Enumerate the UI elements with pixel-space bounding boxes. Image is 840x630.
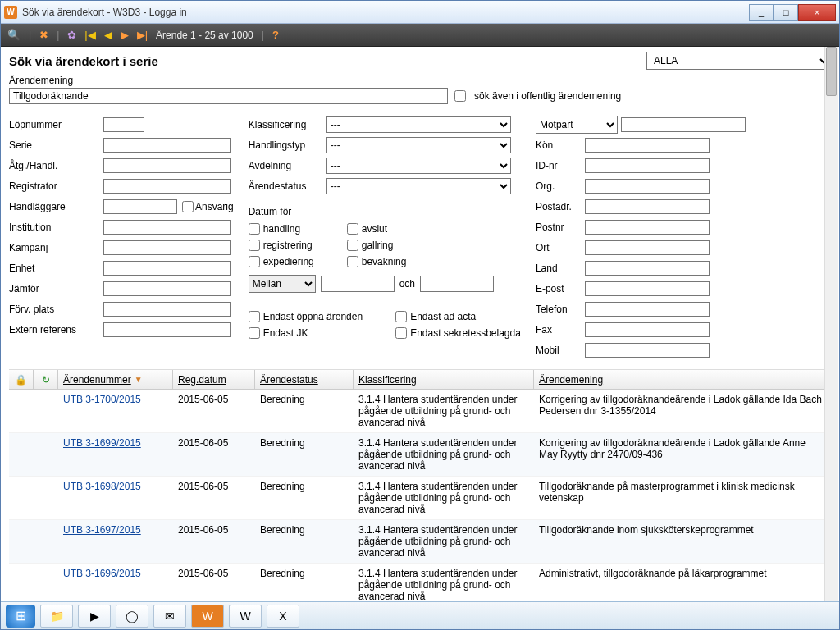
date-to-input[interactable]: [420, 276, 494, 292]
first-icon[interactable]: |◀: [84, 29, 95, 41]
postnr-input[interactable]: [585, 220, 710, 235]
w3d3-taskbar-icon[interactable]: W: [191, 605, 224, 628]
table-row[interactable]: UTB 3-1698/20152015-06-05Beredning3.1.4 …: [9, 477, 831, 520]
avslut-checkbox[interactable]: [347, 223, 358, 235]
motpart-input[interactable]: [621, 117, 746, 132]
handling-checkbox[interactable]: [249, 223, 260, 235]
refresh-icon[interactable]: ↻: [42, 374, 50, 386]
page-title: Sök via ärendekort i serie: [9, 54, 646, 68]
atghandl-label: Åtg./Handl.: [9, 160, 103, 171]
form-col-middle: Klassificering--- Handlingstyp--- Avdeln…: [249, 116, 521, 359]
arendenummer-link[interactable]: UTB 3-1700/2015: [63, 394, 141, 405]
kampanj-input[interactable]: [103, 240, 231, 255]
postadr-input[interactable]: [585, 199, 710, 214]
institution-input[interactable]: [103, 220, 231, 235]
klassificering-select[interactable]: ---: [326, 116, 511, 133]
endast-sekretess-checkbox[interactable]: [395, 327, 407, 339]
motpart-select[interactable]: Motpart: [536, 116, 618, 134]
col-regdatum[interactable]: Reg.datum: [178, 374, 226, 386]
col-klassificering[interactable]: Klassificering: [358, 374, 417, 386]
table-row[interactable]: UTB 3-1700/20152015-06-05Beredning3.1.4 …: [9, 390, 831, 433]
cell-klass: 3.1.4 Hantera studentärenden under pågåe…: [354, 524, 534, 559]
org-input[interactable]: [585, 179, 710, 194]
start-button[interactable]: ⊞: [6, 605, 35, 628]
avdelning-select[interactable]: ---: [326, 158, 511, 174]
handlaggare-input[interactable]: [103, 199, 177, 214]
gears-icon[interactable]: ✿: [67, 29, 76, 41]
col-arendestatus[interactable]: Ärendestatus: [260, 374, 318, 386]
delete-icon[interactable]: ✖: [39, 29, 48, 41]
och-label: och: [399, 278, 415, 290]
last-icon[interactable]: ▶|: [137, 29, 148, 41]
avslut-label: avslut: [362, 223, 387, 235]
arendestatus-label: Ärendestatus: [249, 180, 326, 192]
table-row[interactable]: UTB 3-1699/20152015-06-05Beredning3.1.4 …: [9, 433, 831, 477]
results-header: 🔒 ↻ Ärendenummer▼ Reg.datum Ärendestatus…: [9, 370, 831, 390]
series-select[interactable]: ALLA: [646, 52, 831, 70]
outlook-icon[interactable]: ✉: [153, 605, 186, 628]
arendenummer-link[interactable]: UTB 3-1698/2015: [63, 481, 141, 492]
lopnummer-input[interactable]: [103, 117, 144, 132]
jamfor-input[interactable]: [103, 281, 231, 296]
arendestatus-select[interactable]: ---: [326, 178, 511, 194]
ansvarig-checkbox[interactable]: [182, 201, 194, 212]
arendemening-input[interactable]: [9, 88, 448, 104]
chrome-icon[interactable]: ◯: [116, 605, 148, 628]
externreferens-input[interactable]: [103, 322, 231, 337]
mobil-label: Mobil: [536, 345, 585, 356]
search-icon[interactable]: 🔍: [7, 29, 21, 41]
word-icon[interactable]: W: [229, 605, 262, 628]
table-row[interactable]: UTB 3-1697/20152015-06-05Beredning3.1.4 …: [9, 520, 831, 564]
postnr-label: Postnr: [536, 221, 585, 233]
registrator-input[interactable]: [103, 179, 231, 194]
minimize-button[interactable]: _: [749, 4, 774, 21]
expediering-checkbox[interactable]: [249, 256, 260, 267]
maximize-button[interactable]: □: [774, 4, 798, 21]
postadr-label: Postadr.: [536, 201, 585, 212]
col-arendemening[interactable]: Ärendemening: [539, 374, 603, 386]
fax-input[interactable]: [585, 322, 710, 337]
vertical-scrollbar[interactable]: [824, 47, 838, 601]
endast-adacta-checkbox[interactable]: [395, 311, 407, 322]
endast-oppna-checkbox[interactable]: [249, 311, 260, 322]
telefon-input[interactable]: [585, 302, 710, 317]
arendenummer-link[interactable]: UTB 3-1696/2015: [63, 568, 141, 579]
col-arendenummer[interactable]: Ärendenummer: [63, 374, 131, 386]
sort-desc-icon: ▼: [135, 375, 143, 384]
endast-jk-checkbox[interactable]: [249, 327, 260, 339]
excel-icon[interactable]: X: [267, 605, 299, 628]
public-search-label: sök även i offentlig ärendemening: [474, 90, 621, 102]
kon-input[interactable]: [585, 138, 710, 153]
jamfor-label: Jämför: [9, 283, 103, 294]
endast-oppna-label: Endast öppna ärenden: [263, 311, 363, 322]
atghandl-input[interactable]: [103, 158, 231, 173]
lock-icon[interactable]: 🔒: [15, 374, 27, 386]
date-from-input[interactable]: [321, 276, 395, 292]
handlingstyp-select[interactable]: ---: [326, 137, 511, 153]
bevakning-label: bevakning: [362, 256, 407, 267]
arendenummer-link[interactable]: UTB 3-1699/2015: [63, 437, 141, 449]
explorer-icon[interactable]: 📁: [40, 605, 73, 628]
scroll-thumb[interactable]: [826, 47, 837, 96]
table-row[interactable]: UTB 3-1696/20152015-06-05Beredning3.1.4 …: [9, 564, 831, 601]
help-icon[interactable]: ?: [272, 29, 279, 41]
epost-input[interactable]: [585, 281, 710, 296]
bevakning-checkbox[interactable]: [347, 256, 358, 267]
mellan-select[interactable]: Mellan: [249, 275, 316, 293]
mobil-input[interactable]: [585, 343, 710, 358]
registrering-checkbox[interactable]: [249, 240, 260, 251]
next-icon[interactable]: ▶: [121, 29, 129, 41]
ort-input[interactable]: [585, 240, 710, 255]
arendenummer-link[interactable]: UTB 3-1697/2015: [63, 524, 141, 536]
forvplats-input[interactable]: [103, 302, 231, 317]
idnr-input[interactable]: [585, 158, 710, 173]
land-input[interactable]: [585, 261, 710, 276]
gallring-checkbox[interactable]: [347, 240, 358, 251]
serie-input[interactable]: [103, 138, 231, 153]
taskbar: ⊞ 📁 ▶ ◯ ✉ W W X: [1, 601, 839, 629]
prev-icon[interactable]: ◀: [104, 29, 112, 41]
close-button[interactable]: ×: [798, 4, 836, 21]
enhet-input[interactable]: [103, 261, 231, 276]
public-search-checkbox[interactable]: [454, 90, 466, 102]
mediaplayer-icon[interactable]: ▶: [78, 605, 111, 628]
